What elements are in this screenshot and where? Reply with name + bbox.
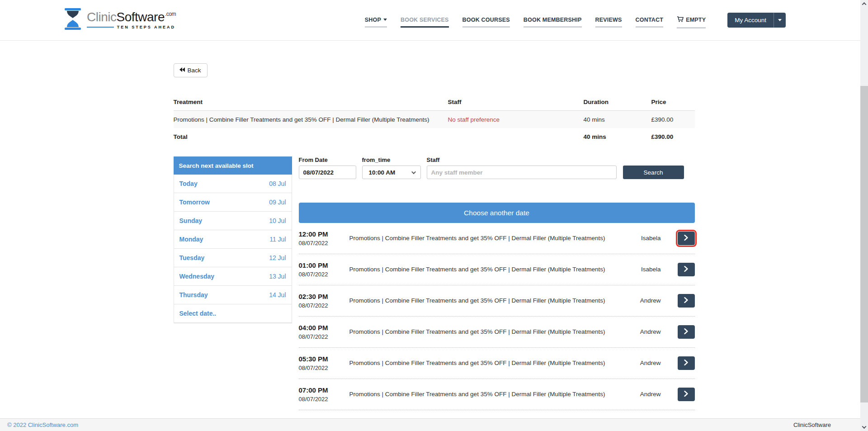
nav-item[interactable]: BOOK MEMBERSHIP [524, 9, 582, 31]
col-header-duration: Duration [584, 97, 651, 107]
day-label: Monday [179, 236, 203, 243]
scroll-up-button[interactable] [860, 0, 868, 8]
choose-another-date-button[interactable]: Choose another date [299, 203, 695, 223]
staff-label: Staff [427, 156, 617, 163]
book-slot-button[interactable] [678, 294, 695, 308]
order-table-header: Treatment Staff Duration Price [174, 94, 695, 111]
slot-date: 08/07/2022 [299, 302, 349, 309]
book-slot-button[interactable] [678, 356, 695, 370]
scrollbar-thumb[interactable] [860, 86, 868, 403]
day-label: Thursday [179, 291, 208, 298]
slot-time: 12:00 PM [299, 230, 349, 238]
book-slot-button[interactable] [678, 232, 695, 245]
order-table-row: Promotions | Combine Filler Treatments a… [174, 111, 695, 128]
nav-item[interactable]: BOOK COURSES [462, 9, 510, 31]
day-date: 14 Jul [269, 291, 286, 298]
brand-logo[interactable]: ClinicSoftware.com TEN STEPS AHEAD [63, 8, 175, 33]
slot-treatment: Promotions | Combine Filler Treatments a… [349, 235, 641, 242]
nav-item-label: EMPTY [686, 17, 706, 23]
slot-panel-day-item[interactable]: Tomorrow 09 Jul [174, 193, 292, 212]
time-slot-row: 04:00 PM 08/07/2022 Promotions | Combine… [299, 317, 695, 348]
next-available-slot-panel: Search next available slot Today 08 Jul … [174, 156, 292, 323]
slot-panel-day-item[interactable]: Tuesday 12 Jul [174, 249, 292, 267]
brand-tld: .com [165, 11, 176, 17]
day-date: 12 Jul [269, 254, 286, 261]
nav-item[interactable]: REVIEWS [595, 9, 622, 31]
slot-time: 07:00 PM [299, 386, 349, 394]
slot-panel-day-item[interactable]: Today 08 Jul [174, 175, 292, 193]
nav-item-label: REVIEWS [595, 17, 622, 23]
day-label: Tomorrow [179, 199, 210, 206]
main-nav: SHOP BOOK SERVICES BOOK COURSES BOOK MEM… [365, 9, 706, 32]
slot-date: 08/07/2022 [299, 271, 349, 278]
chevron-right-icon [684, 266, 688, 273]
slot-time: 02:30 PM [299, 293, 349, 300]
day-date: 08 Jul [269, 180, 286, 187]
nav-item[interactable]: SHOP [365, 9, 387, 31]
slot-search-form: From Date from_time 10:00 AM Staff Searc… [299, 156, 695, 179]
slot-panel-day-item[interactable]: Monday 11 Jul [174, 230, 292, 249]
chevron-right-icon [684, 360, 688, 367]
slot-treatment: Promotions | Combine Filler Treatments a… [349, 391, 640, 398]
day-date: 09 Jul [269, 199, 286, 206]
main-content: Back Treatment Staff Duration Price Prom… [174, 41, 695, 410]
my-account-button[interactable]: My Account [727, 13, 786, 28]
time-slot-row: 07:00 PM 08/07/2022 Promotions | Combine… [299, 379, 695, 410]
slot-treatment: Promotions | Combine Filler Treatments a… [349, 297, 640, 304]
slot-panel-day-item[interactable]: Thursday 14 Jul [174, 286, 292, 304]
slot-time: 01:00 PM [299, 261, 349, 269]
nav-item-label: CONTACT [636, 17, 664, 23]
day-date: 13 Jul [269, 273, 286, 280]
slot-date: 08/07/2022 [299, 365, 349, 371]
day-label: Select date.. [179, 310, 217, 317]
total-label: Total [174, 132, 448, 142]
brand-name-part2: Software [116, 10, 165, 24]
time-slot-row: 12:00 PM 08/07/2022 Promotions | Combine… [299, 223, 695, 254]
staff-input[interactable] [427, 166, 617, 179]
search-button[interactable]: Search [623, 166, 684, 179]
order-duration: 40 mins [584, 114, 651, 125]
chevron-down-icon [778, 19, 782, 21]
nav-item[interactable]: CONTACT [636, 9, 664, 31]
book-slot-button[interactable] [678, 325, 695, 339]
nav-item[interactable]: EMPTY [677, 9, 706, 32]
nav-item-label: BOOK MEMBERSHIP [524, 17, 582, 23]
chevron-down-icon [862, 424, 867, 429]
from-date-input[interactable] [299, 166, 356, 179]
slot-date: 08/07/2022 [299, 240, 349, 246]
slot-panel-day-item[interactable]: Wednesday 13 Jul [174, 267, 292, 286]
slot-panel-day-item[interactable]: Select date.. [174, 304, 292, 323]
book-slot-button[interactable] [678, 263, 695, 276]
slot-time: 05:30 PM [299, 355, 349, 363]
brand-name-part1: Clinic [87, 10, 116, 24]
brand-wordmark: ClinicSoftware.com TEN STEPS AHEAD [87, 11, 175, 29]
account-dropdown-toggle[interactable] [774, 13, 786, 28]
vertical-scrollbar[interactable] [860, 0, 868, 431]
nav-item[interactable]: BOOK SERVICES [401, 9, 449, 31]
slot-treatment: Promotions | Combine Filler Treatments a… [349, 360, 640, 366]
footer-copyright-link[interactable]: © 2022 ClinicSoftware.com [7, 422, 78, 428]
day-label: Sunday [179, 217, 203, 224]
time-slot-row: 02:30 PM 08/07/2022 Promotions | Combine… [299, 285, 695, 317]
chevron-down-icon [411, 170, 416, 174]
slot-staff-name: Isabela [641, 235, 661, 242]
time-slot-row: 01:00 PM 08/07/2022 Promotions | Combine… [299, 254, 695, 285]
from-date-label: From Date [299, 156, 356, 163]
col-header-treatment: Treatment [174, 97, 448, 107]
back-button[interactable]: Back [174, 63, 208, 77]
cart-icon [677, 16, 684, 24]
slot-staff-name: Andrew [640, 328, 661, 335]
scroll-down-button[interactable] [860, 423, 868, 431]
day-date: 11 Jul [269, 236, 286, 243]
slot-panel-day-item[interactable]: Sunday 10 Jul [174, 212, 292, 230]
brand-tagline-rule [87, 27, 114, 28]
slot-time: 04:00 PM [299, 324, 349, 332]
rewind-back-icon [179, 67, 185, 74]
nav-item-label: BOOK SERVICES [401, 17, 449, 23]
total-duration: 40 mins [584, 132, 651, 142]
chevron-right-icon [684, 297, 688, 304]
book-slot-button[interactable] [678, 388, 695, 401]
slot-staff-name: Andrew [640, 391, 661, 398]
from-time-select[interactable]: 10:00 AM [362, 166, 421, 179]
day-label: Tuesday [179, 254, 205, 261]
